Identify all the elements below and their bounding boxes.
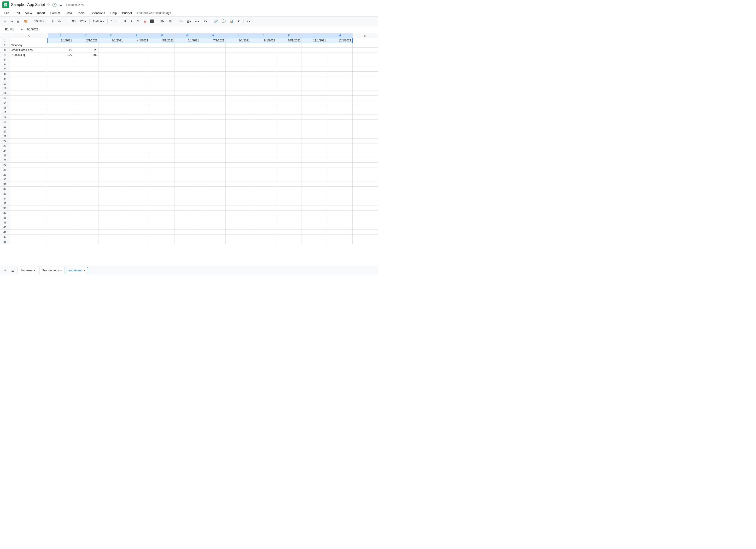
cell-D10[interactable] xyxy=(99,81,124,86)
cell-M42[interactable] xyxy=(327,235,352,239)
cell-I23[interactable] xyxy=(226,144,251,148)
cell-I16[interactable] xyxy=(226,110,251,115)
cell-M6[interactable] xyxy=(327,62,352,67)
cell-J40[interactable] xyxy=(251,225,276,230)
cell-G25[interactable] xyxy=(175,153,200,158)
cell-F16[interactable] xyxy=(149,110,175,115)
cell-I19[interactable] xyxy=(226,124,251,129)
cell-N5[interactable] xyxy=(352,57,378,62)
cell-L36[interactable] xyxy=(302,206,327,211)
cell-D2[interactable] xyxy=(99,43,124,48)
cell-A32[interactable] xyxy=(10,187,48,191)
cell-E5[interactable] xyxy=(124,57,149,62)
cell-L17[interactable] xyxy=(302,115,327,120)
cell-K38[interactable] xyxy=(276,215,302,220)
col-header-b[interactable]: B xyxy=(48,33,73,38)
cell-A21[interactable] xyxy=(10,134,48,139)
cell-K37[interactable] xyxy=(276,211,302,215)
cell-B38[interactable] xyxy=(48,215,73,220)
col-header-e[interactable]: E xyxy=(124,33,149,38)
cell-G37[interactable] xyxy=(175,211,200,215)
cell-I32[interactable] xyxy=(226,187,251,191)
cell-M18[interactable] xyxy=(327,120,352,124)
cell-D42[interactable] xyxy=(99,235,124,239)
cell-E19[interactable] xyxy=(124,124,149,129)
cell-G11[interactable] xyxy=(175,86,200,91)
menu-view[interactable]: View xyxy=(23,10,34,16)
cell-J19[interactable] xyxy=(251,124,276,129)
cell-A36[interactable] xyxy=(10,206,48,211)
menu-edit[interactable]: Edit xyxy=(12,10,22,16)
cell-F29[interactable] xyxy=(149,172,175,177)
cell-H22[interactable] xyxy=(200,139,226,144)
cell-I7[interactable] xyxy=(226,67,251,72)
cell-N25[interactable] xyxy=(352,153,378,158)
cell-J22[interactable] xyxy=(251,139,276,144)
cell-E3[interactable] xyxy=(124,48,149,52)
cell-N38[interactable] xyxy=(352,215,378,220)
cell-E36[interactable] xyxy=(124,206,149,211)
cell-G23[interactable] xyxy=(175,144,200,148)
cell-B21[interactable] xyxy=(48,134,73,139)
cell-H14[interactable] xyxy=(200,100,226,105)
cell-K28[interactable] xyxy=(276,168,302,172)
cell-C21[interactable] xyxy=(73,134,99,139)
col-header-i[interactable]: I xyxy=(226,33,251,38)
cell-E31[interactable] xyxy=(124,182,149,187)
cell-J25[interactable] xyxy=(251,153,276,158)
cell-M9[interactable] xyxy=(327,76,352,81)
cell-N14[interactable] xyxy=(352,100,378,105)
cell-H36[interactable] xyxy=(200,206,226,211)
merge-button[interactable]: ⊟▾ xyxy=(167,18,174,24)
cell-N20[interactable] xyxy=(352,129,378,134)
add-sheet-button[interactable]: + xyxy=(2,267,9,274)
cell-I27[interactable] xyxy=(226,163,251,168)
col-header-m[interactable]: M xyxy=(327,33,352,38)
cell-I12[interactable] xyxy=(226,91,251,96)
cell-J42[interactable] xyxy=(251,235,276,239)
cell-I10[interactable] xyxy=(226,81,251,86)
cell-K6[interactable] xyxy=(276,62,302,67)
cell-M11[interactable] xyxy=(327,86,352,91)
cell-E12[interactable] xyxy=(124,91,149,96)
cell-J41[interactable] xyxy=(251,230,276,235)
cell-A4[interactable]: Processing xyxy=(10,52,48,57)
functions-button[interactable]: Σ▾ xyxy=(245,18,252,24)
cell-L39[interactable] xyxy=(302,220,327,225)
cell-G24[interactable] xyxy=(175,148,200,153)
cell-I4[interactable] xyxy=(226,52,251,57)
menu-budget[interactable]: Budget xyxy=(120,10,134,16)
cell-reference[interactable]: B1:M1 xyxy=(0,26,19,33)
cell-B8[interactable] xyxy=(48,72,73,76)
cell-H18[interactable] xyxy=(200,120,226,124)
cell-D22[interactable] xyxy=(99,139,124,144)
cell-M19[interactable] xyxy=(327,124,352,129)
cell-C24[interactable] xyxy=(73,148,99,153)
cell-N19[interactable] xyxy=(352,124,378,129)
cell-B29[interactable] xyxy=(48,172,73,177)
cell-G17[interactable] xyxy=(175,115,200,120)
cell-D18[interactable] xyxy=(99,120,124,124)
cell-M34[interactable] xyxy=(327,196,352,201)
cell-C34[interactable] xyxy=(73,196,99,201)
cell-I9[interactable] xyxy=(226,76,251,81)
cell-F3[interactable] xyxy=(149,48,175,52)
cell-K14[interactable] xyxy=(276,100,302,105)
doc-title[interactable]: Sample - App Script xyxy=(11,3,45,7)
cell-K23[interactable] xyxy=(276,144,302,148)
cell-L31[interactable] xyxy=(302,182,327,187)
cell-D11[interactable] xyxy=(99,86,124,91)
cell-N35[interactable] xyxy=(352,201,378,206)
cell-F9[interactable] xyxy=(149,76,175,81)
cell-N40[interactable] xyxy=(352,225,378,230)
cell-D15[interactable] xyxy=(99,105,124,110)
cell-L35[interactable] xyxy=(302,201,327,206)
cell-L30[interactable] xyxy=(302,177,327,182)
cell-M29[interactable] xyxy=(327,172,352,177)
cell-A17[interactable] xyxy=(10,115,48,120)
cell-J27[interactable] xyxy=(251,163,276,168)
cell-M36[interactable] xyxy=(327,206,352,211)
cell-M4[interactable] xyxy=(327,52,352,57)
cell-L5[interactable] xyxy=(302,57,327,62)
cell-F14[interactable] xyxy=(149,100,175,105)
